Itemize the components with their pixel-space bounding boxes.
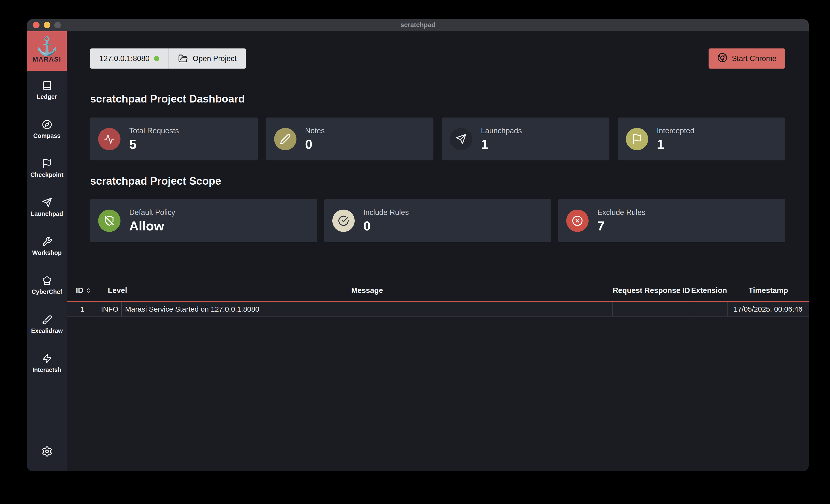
stats-row: Total Requests 5 Notes 0 xyxy=(90,117,785,160)
sidebar: ⚓ MARASI Ledger Compass Checkpoint Launc… xyxy=(27,31,67,471)
window-title: scratchpad xyxy=(27,21,809,29)
log-table-header: ID Level Message Request Response ID Ext… xyxy=(67,280,809,302)
flag-icon xyxy=(626,128,648,150)
sidebar-item-label: Compass xyxy=(33,132,61,139)
stat-card-total-requests: Total Requests 5 xyxy=(90,117,258,160)
row-message: Marasi Service Started on 127.0.0.1:8080 xyxy=(122,302,612,316)
start-chrome-label: Start Chrome xyxy=(732,54,776,63)
check-circle-icon xyxy=(332,210,355,232)
proxy-control: 127.0.0.1:8080 Open Project xyxy=(90,48,246,69)
sidebar-item-launchpad[interactable]: Launchpad xyxy=(27,188,67,227)
scope-title: scratchpad Project Scope xyxy=(90,175,785,187)
column-header-timestamp: Timestamp xyxy=(728,286,809,295)
proxy-address-button[interactable]: 127.0.0.1:8080 xyxy=(90,48,168,69)
book-icon xyxy=(42,80,52,92)
dashboard-title: scratchpad Project Dashboard xyxy=(90,93,785,105)
sidebar-item-label: Ledger xyxy=(37,93,57,100)
sidebar-item-cyberchef[interactable]: CyberChef xyxy=(27,266,67,305)
sidebar-item-label: Interactsh xyxy=(32,366,61,373)
folder-open-icon xyxy=(178,54,193,64)
row-request-response-id xyxy=(612,302,690,316)
app-window: scratchpad ⚓ MARASI Ledger Compass Check… xyxy=(27,19,809,471)
sidebar-item-workshop[interactable]: Workshop xyxy=(27,227,67,266)
proxy-status-dot xyxy=(154,56,159,61)
table-row[interactable]: 1 INFO Marasi Service Started on 127.0.0… xyxy=(67,302,809,317)
title-bar: scratchpad xyxy=(27,19,809,31)
open-project-button[interactable]: Open Project xyxy=(168,48,246,69)
sort-icon xyxy=(85,288,91,294)
activity-icon xyxy=(98,128,121,150)
send-icon xyxy=(450,128,472,150)
column-header-request-response-id: Request Response ID xyxy=(612,286,690,295)
column-header-id[interactable]: ID xyxy=(67,286,98,295)
stat-label: Launchpads xyxy=(481,127,522,135)
stat-value: 5 xyxy=(129,137,179,152)
zap-icon xyxy=(42,354,52,365)
stat-card-notes: Notes 0 xyxy=(266,117,434,160)
scope-value: Allow xyxy=(129,218,175,233)
sidebar-item-label: Workshop xyxy=(32,249,62,256)
sidebar-item-label: Excalidraw xyxy=(31,327,63,334)
scope-label: Include Rules xyxy=(363,208,409,217)
stat-value: 0 xyxy=(305,137,325,152)
sidebar-item-label: Launchpad xyxy=(31,210,63,217)
chrome-icon xyxy=(717,53,728,65)
scope-row: Default Policy Allow Include Rules 0 xyxy=(90,199,785,242)
sidebar-item-interactsh[interactable]: Interactsh xyxy=(27,344,67,383)
row-id: 1 xyxy=(67,302,98,316)
paintbrush-icon xyxy=(42,314,52,326)
stat-label: Notes xyxy=(305,127,325,135)
compass-icon xyxy=(42,120,52,131)
sidebar-item-excalidraw[interactable]: Excalidraw xyxy=(27,305,67,344)
scope-card-exclude-rules: Exclude Rules 7 xyxy=(558,199,785,242)
scope-label: Exclude Rules xyxy=(597,208,645,217)
flag-icon xyxy=(42,159,52,170)
logo-text: MARASI xyxy=(32,56,61,63)
marasi-logo: ⚓ MARASI xyxy=(27,31,67,71)
column-header-level: Level xyxy=(98,286,122,295)
anchor-icon: ⚓ xyxy=(36,37,58,55)
stat-value: 1 xyxy=(481,137,522,152)
stat-label: Intercepted xyxy=(657,127,695,135)
toolbar: 127.0.0.1:8080 Open Project Start Chrome xyxy=(90,48,785,69)
stat-card-launchpads: Launchpads 1 xyxy=(442,117,609,160)
sidebar-item-compass[interactable]: Compass xyxy=(27,110,67,149)
row-level: INFO xyxy=(98,302,122,316)
sidebar-item-ledger[interactable]: Ledger xyxy=(27,71,67,110)
sidebar-item-checkpoint[interactable]: Checkpoint xyxy=(27,149,67,188)
scope-value: 7 xyxy=(597,218,645,233)
open-project-label: Open Project xyxy=(193,54,236,63)
proxy-address: 127.0.0.1:8080 xyxy=(99,54,150,63)
log-table: ID Level Message Request Response ID Ext… xyxy=(67,280,809,471)
scope-value: 0 xyxy=(363,218,409,233)
start-chrome-button[interactable]: Start Chrome xyxy=(708,48,785,69)
column-header-message: Message xyxy=(122,286,612,295)
scope-card-default-policy: Default Policy Allow xyxy=(90,199,317,242)
shield-off-icon xyxy=(98,210,121,232)
stat-label: Total Requests xyxy=(129,127,179,135)
chef-hat-icon xyxy=(42,275,52,287)
column-header-extension: Extension xyxy=(690,286,728,295)
scope-card-include-rules: Include Rules 0 xyxy=(324,199,551,242)
sidebar-item-label: CyberChef xyxy=(32,288,62,295)
stat-value: 1 xyxy=(657,137,695,152)
stat-card-intercepted: Intercepted 1 xyxy=(618,117,786,160)
send-icon xyxy=(42,198,52,209)
wrench-icon xyxy=(42,236,52,248)
x-circle-icon xyxy=(566,210,588,232)
pencil-icon xyxy=(274,128,296,150)
row-timestamp: 17/05/2025, 00:06:46 xyxy=(728,302,809,316)
settings-button[interactable] xyxy=(41,446,53,458)
main-content: 127.0.0.1:8080 Open Project Start Chrome… xyxy=(67,31,809,471)
scope-label: Default Policy xyxy=(129,208,175,217)
gear-icon xyxy=(41,453,53,458)
sidebar-item-label: Checkpoint xyxy=(30,171,63,178)
row-extension xyxy=(690,302,728,316)
